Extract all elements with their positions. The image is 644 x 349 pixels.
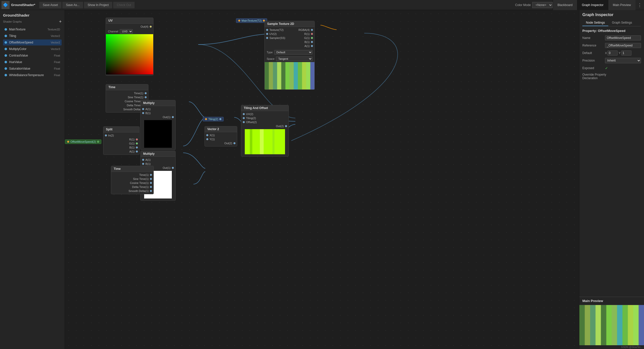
- prop-type: Float: [54, 74, 60, 77]
- gi-name-label: Name: [582, 36, 605, 40]
- gi-reference-row: Reference: [582, 43, 641, 48]
- split-r-dot: [136, 138, 138, 140]
- main-texture-pin-in-dot: [238, 20, 240, 22]
- st-preview-canvas: [265, 62, 314, 89]
- app-title: GroundShader*: [11, 3, 35, 7]
- property-item-saturationvalue[interactable]: SaturationValue Float: [3, 66, 62, 72]
- mult-bot-a-port: A(1): [141, 158, 175, 162]
- uv-node[interactable]: UV Out(4) Channel UV0: [106, 18, 153, 76]
- split-b-port: B(1): [103, 145, 139, 149]
- gi-name-input[interactable]: [605, 35, 641, 40]
- add-property-button[interactable]: +: [59, 19, 62, 24]
- split-a-dot: [136, 151, 138, 153]
- show-in-project-button[interactable]: Show In Project: [84, 2, 112, 8]
- properties-list: MainTexture Texture2D Tiling Vector2 Off…: [3, 26, 62, 78]
- gi-default-row: Default X Y: [582, 50, 641, 56]
- multiply-top-node[interactable]: Multiply A(1) B(1) Out(1): [140, 100, 176, 150]
- multiply-top-preview: [144, 120, 172, 148]
- st-g-port: G(1): [290, 36, 314, 40]
- split-node[interactable]: Split In(2) R(1) G(1) B(1) A(1): [103, 126, 140, 155]
- tiling-pin[interactable]: Tiling(2): [203, 117, 224, 121]
- graph-inspector-tab[interactable]: Graph Inspector: [577, 0, 608, 10]
- gi-precision-select[interactable]: Inherit: [605, 58, 641, 63]
- st-texture-dot: [266, 29, 268, 31]
- sample-texture-node[interactable]: Sample Texture 2D Texture(T2) UV(2) Samp…: [264, 21, 315, 90]
- split-g-dot: [136, 142, 138, 144]
- st-space-select[interactable]: Tangent: [276, 57, 312, 61]
- overflow-menu-button[interactable]: ⋮: [635, 0, 644, 10]
- st-rgba-dot: [311, 29, 313, 31]
- mult-bot-b-dot: [142, 163, 144, 165]
- gi-exposed-check[interactable]: ✓: [605, 66, 608, 70]
- property-item-multiplycolor[interactable]: MultiplyColor Vector3: [3, 46, 62, 52]
- prop-dot: [5, 35, 7, 37]
- offset-move-speed-pin[interactable]: OffsetMoveSpeed(2): [65, 139, 101, 144]
- to-uv-dot: [243, 113, 245, 115]
- tb-smooth-dot: [150, 190, 152, 192]
- node-settings-tab[interactable]: Node Settings: [582, 20, 608, 26]
- graph-inspector-title: Graph Inspector: [582, 13, 641, 17]
- prop-dot: [5, 48, 7, 50]
- gi-exposed-row: Exposed ✓: [582, 65, 641, 71]
- tb-delta-port: Delta Time(1): [111, 185, 153, 189]
- main-texture-pin[interactable]: MainTexture(T2): [236, 18, 267, 23]
- prop-name: SaturationValue: [9, 67, 54, 70]
- tiling-offset-preview: [245, 129, 285, 154]
- gi-reference-input[interactable]: [605, 43, 641, 48]
- gi-x-input[interactable]: [608, 51, 618, 56]
- st-inputs: Texture(T2) UV(2) Sampler(SS): [265, 28, 290, 48]
- property-item-whitebalancetemperaure[interactable]: WhiteBalanceTemperaure Float: [3, 72, 62, 78]
- tb-cosine-port: Cosine Time(1): [111, 181, 153, 185]
- st-sampler-dot: [266, 37, 268, 39]
- tiling-offset-node[interactable]: Tiling And Offset UV(2) Tiling(2) Offset…: [241, 105, 289, 157]
- uv-channel-row: Channel UV0: [106, 29, 153, 34]
- right-panel: Graph Inspector Node Settings Graph Sett…: [579, 10, 644, 349]
- to-tiling-dot: [243, 117, 245, 119]
- check-out-button[interactable]: Check Out: [113, 2, 135, 8]
- main-preview-tab[interactable]: Main Preview: [608, 0, 635, 10]
- to-out-dot: [285, 125, 287, 127]
- v2-x-dot: [206, 134, 208, 136]
- st-space-row: Space Tangent: [265, 56, 314, 62]
- st-body: Texture(T2) UV(2) Sampler(SS) RGBA(4) R(…: [265, 27, 314, 49]
- time-out-dot: [145, 92, 147, 94]
- tb-sine-dot: [150, 178, 152, 180]
- mult-top-out-dot: [172, 116, 174, 118]
- tb-time-dot: [150, 174, 152, 176]
- prop-name: Tiling: [9, 34, 51, 38]
- graph-settings-tab[interactable]: Graph Settings: [608, 20, 635, 26]
- channel-select[interactable]: UV0: [120, 29, 133, 34]
- graph-inspector-section: Graph Inspector Node Settings Graph Sett…: [579, 10, 644, 84]
- st-b-dot: [311, 41, 313, 43]
- property-item-maintexture[interactable]: MainTexture Texture2D: [3, 26, 62, 32]
- prop-type: Float: [54, 61, 60, 64]
- gi-precision-label: Precision: [582, 59, 605, 62]
- uv-node-body: Out(4) Channel UV0: [106, 24, 153, 75]
- gi-y-label: Y: [619, 52, 620, 55]
- prop-dot: [5, 28, 7, 31]
- prop-type: Float: [54, 67, 60, 70]
- st-type-select[interactable]: Default: [274, 50, 312, 55]
- blackboard-tab[interactable]: Blackboard: [553, 0, 577, 10]
- to-tiling-port: Tiling(2): [241, 116, 289, 120]
- time-bottom-node[interactable]: Time Time(1) Sine Time(1) Cosine Time(1)…: [111, 166, 154, 194]
- mult-top-a-port: A(1): [141, 107, 175, 111]
- vector2-body: X(1) Y(1) Out(2): [205, 132, 237, 146]
- app-icon: 🔷: [2, 1, 10, 9]
- property-item-offsetmovespeed[interactable]: OffsetMoveSpeed Vector2: [3, 39, 62, 45]
- gi-tabs: Node Settings Graph Settings: [582, 20, 641, 26]
- vector2-node[interactable]: Vector 2 X(1) Y(1) Out(2): [205, 126, 237, 146]
- gi-precision-row: Precision Inherit: [582, 58, 641, 63]
- gi-y-input[interactable]: [621, 51, 631, 56]
- color-mode-select[interactable]: <None>: [532, 2, 553, 8]
- main-canvas[interactable]: UV Out(4) Channel UV0 Time Time(1): [65, 10, 579, 349]
- save-as-button[interactable]: Save As...: [62, 2, 83, 8]
- property-item-huevalue[interactable]: HueValue Float: [3, 59, 62, 65]
- property-item-tiling[interactable]: Tiling Vector2: [3, 33, 62, 39]
- v2-out-dot: [233, 142, 235, 144]
- prop-type: Vector2: [51, 34, 60, 37]
- save-asset-button[interactable]: Save Asset: [39, 2, 61, 8]
- property-item-contrastvalue[interactable]: ContrastValue Float: [3, 53, 62, 59]
- sine-time-dot: [145, 96, 147, 98]
- v2-y-port: Y(1): [205, 137, 237, 141]
